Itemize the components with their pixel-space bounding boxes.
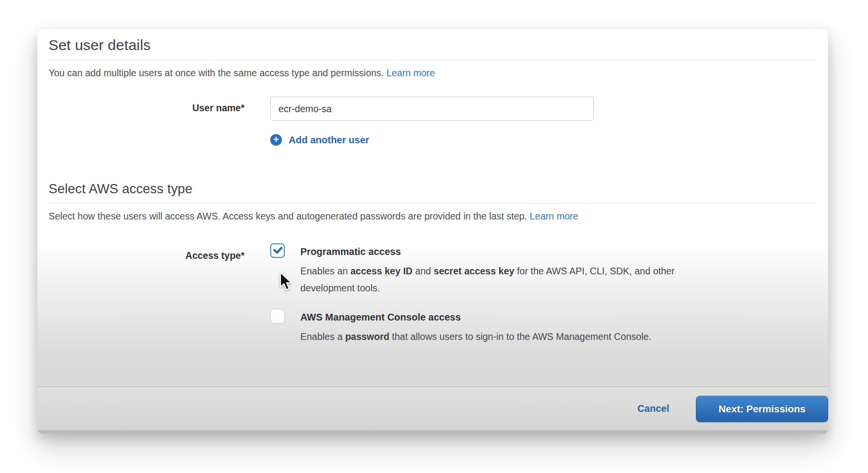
option-console-access: AWS Management Console access Enables a … <box>270 310 817 345</box>
next-permissions-button[interactable]: Next: Permissions <box>696 396 828 422</box>
desc-text: that allows users to sign-in to the AWS … <box>389 331 651 342</box>
username-input[interactable] <box>270 97 594 121</box>
desc-text: and <box>413 266 434 276</box>
desc-text: Enables an <box>300 266 350 276</box>
programmatic-access-checkbox[interactable] <box>270 243 285 258</box>
set-user-details-panel: Set user details You can add multiple us… <box>37 29 828 434</box>
option-programmatic-access: Programmatic access Enables an access ke… <box>270 244 817 296</box>
access-type-intro: Select how these users will access AWS. … <box>49 211 817 222</box>
access-type-options: Programmatic access Enables an access ke… <box>270 244 817 345</box>
panel-content: Set user details You can add multiple us… <box>37 29 828 387</box>
console-access-checkbox[interactable] <box>270 309 285 323</box>
username-field-col <box>270 97 817 121</box>
wizard-footer: Cancel Next: Permissions <box>37 387 828 434</box>
add-another-user-button[interactable]: Add another user <box>270 134 817 146</box>
divider <box>49 203 817 203</box>
console-access-description: Enables a password that allows users to … <box>300 328 651 345</box>
access-type-label: Access type* <box>49 244 244 261</box>
access-type-row: Access type* Programmatic access Enables… <box>49 244 817 345</box>
divider <box>49 60 817 60</box>
cancel-button[interactable]: Cancel <box>637 403 669 414</box>
programmatic-access-description: Enables an access key ID and secret acce… <box>300 263 728 296</box>
user-details-intro: You can add multiple users at once with … <box>49 68 817 79</box>
programmatic-access-label[interactable]: Programmatic access <box>300 244 728 259</box>
desc-text: Enables a <box>300 331 345 342</box>
plus-circle-icon <box>270 134 282 146</box>
desc-bold: access key ID <box>350 266 413 276</box>
learn-more-link-access-type[interactable]: Learn more <box>530 211 578 221</box>
learn-more-link-user-details[interactable]: Learn more <box>386 68 435 78</box>
desc-bold: secret access key <box>434 266 514 276</box>
add-another-user-label: Add another user <box>289 135 369 146</box>
console-access-body: AWS Management Console access Enables a … <box>300 310 651 345</box>
username-label: User name* <box>49 97 244 114</box>
username-row: User name* <box>49 97 817 121</box>
programmatic-access-body: Programmatic access Enables an access ke… <box>300 244 728 296</box>
access-type-intro-text: Select how these users will access AWS. … <box>49 211 527 221</box>
desc-bold: password <box>345 331 389 342</box>
user-details-intro-text: You can add multiple users at once with … <box>49 68 384 78</box>
access-type-section-title: Select AWS access type <box>49 182 817 197</box>
page-title: Set user details <box>49 37 817 53</box>
console-access-label[interactable]: AWS Management Console access <box>300 310 651 324</box>
